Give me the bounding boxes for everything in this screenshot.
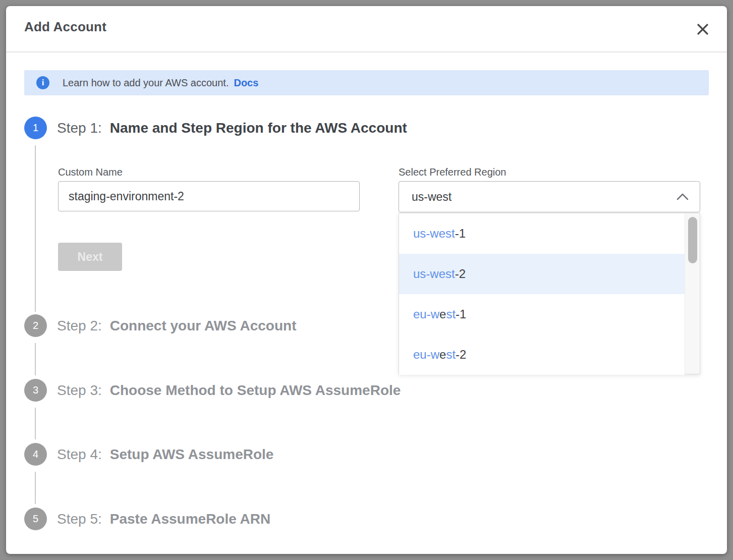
step-connector [35,472,36,504]
option-text-rest: -2 [456,348,466,361]
step-3-prefix: Step 3: [57,382,102,399]
info-banner: i Learn how to add your AWS account. Doc… [24,70,709,95]
region-combobox[interactable]: us-west [399,181,700,212]
region-option-eu-west-1[interactable]: eu-west-1 [399,294,685,334]
next-button[interactable]: Next [58,243,122,271]
step-1-title: Step 1: Name and Step Region for the AWS… [57,117,407,139]
banner-text: Learn how to add your AWS account. [63,77,229,89]
step-2-title: Step 2: Connect your AWS Account [57,314,296,337]
step-1-prefix: Step 1: [57,120,102,136]
option-text-rest: e [439,348,446,361]
step-5-prefix: Step 5: [57,511,102,527]
step-4-title: Step 4: Setup AWS AssumeRole [57,443,273,466]
option-text-match: eu-w [413,307,439,321]
option-text-rest: e [439,307,446,321]
modal-header: Add Account [6,6,727,51]
region-option-eu-west-2[interactable]: eu-west-2 [399,334,685,375]
step-5-name: Paste AssumeRole ARN [110,511,270,527]
add-account-modal: Add Account i Learn how to add your AWS … [6,6,727,554]
docs-link[interactable]: Docs [234,77,258,89]
region-label: Select Preferred Region [399,166,506,178]
step-5-title: Step 5: Paste AssumeRole ARN [57,508,270,530]
step-connector [35,145,36,312]
option-text-match: st [446,348,456,361]
step-4-prefix: Step 4: [57,446,102,463]
step-2-prefix: Step 2: [57,318,102,334]
custom-name-label: Custom Name [58,166,123,178]
step-3-title: Step 3: Choose Method to Setup AWS Assum… [57,379,401,402]
step-connector [35,343,36,375]
header-divider [6,51,727,52]
option-text-rest: -1 [455,227,466,240]
option-text-rest: -2 [455,267,466,281]
option-text-match: us-west [413,267,455,281]
region-option-us-west-1[interactable]: us-west-1 [399,213,685,254]
step-2-name: Connect your AWS Account [110,318,297,334]
step-2-badge: 2 [24,314,47,337]
option-text-match: st [446,307,456,321]
custom-name-input[interactable] [58,181,360,211]
step-connector [35,408,36,439]
region-dropdown-list: us-west-1 us-west-2 eu-west-1 eu-west-2 [399,213,685,374]
option-text-match: us-west [413,227,455,240]
region-option-us-west-2[interactable]: us-west-2 [399,254,685,294]
step-3-badge: 3 [24,379,47,402]
dropdown-scrollbar-thumb[interactable] [688,217,697,263]
info-icon: i [36,76,49,89]
dropdown-scrollbar-track[interactable] [685,213,700,374]
close-button[interactable] [693,19,713,39]
region-value: us-west [412,190,676,204]
step-4-name: Setup AWS AssumeRole [110,446,274,463]
chevron-up-icon [676,193,689,200]
step-5-badge: 5 [24,508,47,530]
step-1-badge: 1 [24,117,47,139]
modal-title: Add Account [24,19,106,35]
step-1-name: Name and Step Region for the AWS Account [110,120,407,136]
region-dropdown: us-west-1 us-west-2 eu-west-1 eu-west-2 [399,213,700,374]
step-3-name: Choose Method to Setup AWS AssumeRole [110,382,401,399]
close-icon [696,23,709,36]
option-text-rest: -1 [456,307,466,321]
step-4-badge: 4 [24,443,47,466]
option-text-match: eu-w [413,348,439,361]
